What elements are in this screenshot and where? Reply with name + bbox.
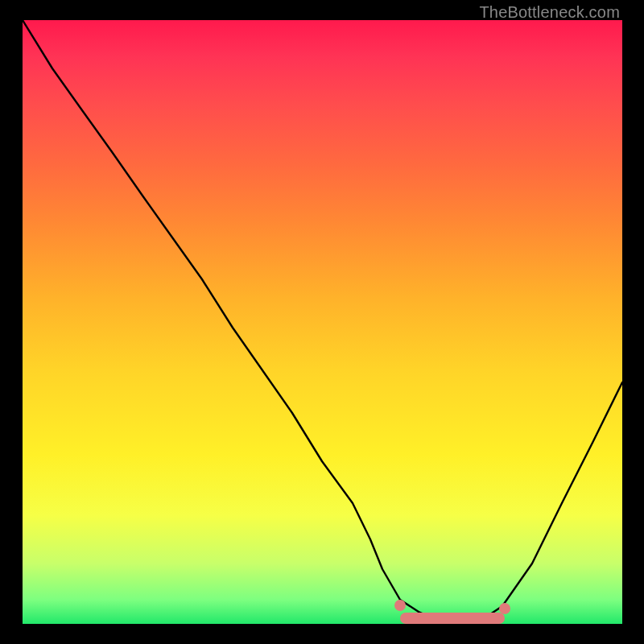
watermark-label: TheBottleneck.com: [479, 3, 620, 22]
plot-area: [23, 20, 622, 624]
curve-svg: [23, 20, 622, 624]
chart-canvas: TheBottleneck.com: [0, 0, 644, 644]
optimal-range-band: [400, 613, 505, 624]
optimal-range-right-dot: [499, 603, 510, 614]
bottleneck-curve: [23, 20, 622, 622]
optimal-range-left-dot: [394, 600, 406, 611]
